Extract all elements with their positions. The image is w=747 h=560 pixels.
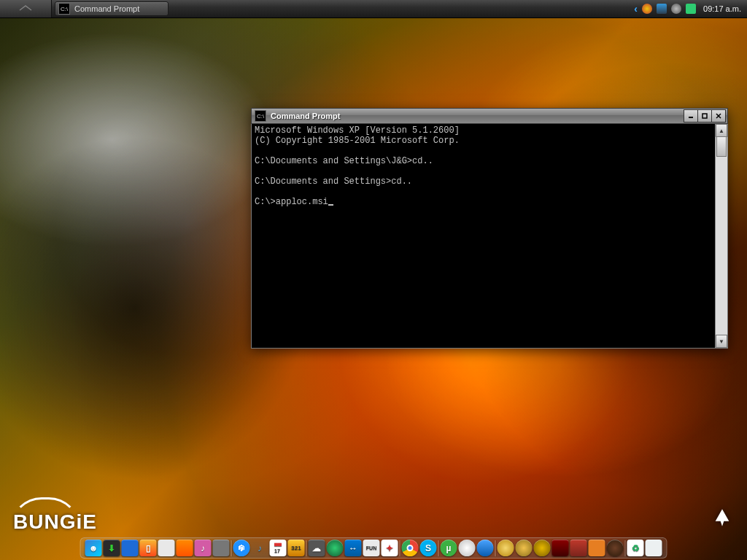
scroll-thumb[interactable] bbox=[716, 136, 727, 157]
cmd-window-icon: C:\ bbox=[255, 110, 266, 122]
orange2-icon[interactable] bbox=[589, 540, 605, 556]
taskbar: C:\ Command Prompt ‹ 09:17 a.m. bbox=[0, 0, 747, 18]
taskbar-clock[interactable]: 09:17 a.m. bbox=[703, 4, 741, 13]
minimize-button[interactable] bbox=[684, 109, 698, 122]
terminal-output[interactable]: Microsoft Windows XP [Version 5.1.2600] … bbox=[252, 124, 715, 348]
taskbar-item-cmd[interactable]: C:\ Command Prompt bbox=[55, 1, 169, 16]
finder-icon[interactable]: ☻ bbox=[85, 540, 102, 556]
orange-app-icon[interactable] bbox=[177, 540, 193, 556]
svg-rect-1 bbox=[703, 114, 707, 118]
ibooks-icon[interactable]: ▯ bbox=[140, 540, 157, 556]
tile-blue-icon[interactable] bbox=[122, 540, 139, 556]
window-titlebar[interactable]: C:\ Command Prompt bbox=[251, 108, 728, 124]
gold3-icon[interactable] bbox=[534, 540, 551, 556]
separator-5 bbox=[495, 540, 496, 556]
system-tray: ‹ 09:17 a.m. bbox=[628, 0, 747, 18]
gold2-icon[interactable] bbox=[516, 540, 533, 556]
paper-icon[interactable] bbox=[646, 540, 662, 556]
app-tray-icon[interactable] bbox=[686, 4, 696, 14]
command-prompt-window: C:\ Command Prompt Microsoft Windows XP … bbox=[251, 108, 728, 349]
cmd-icon: C:\ bbox=[58, 3, 70, 15]
update-tray-icon[interactable] bbox=[671, 4, 681, 14]
separator-3 bbox=[400, 540, 400, 556]
recycle-icon[interactable]: ♻ bbox=[627, 540, 644, 556]
itunes-icon[interactable]: ♫ bbox=[233, 540, 250, 556]
cloud-icon[interactable]: ☁ bbox=[309, 540, 325, 556]
start-button[interactable] bbox=[0, 0, 52, 18]
globe-icon[interactable] bbox=[477, 540, 494, 556]
separator-1 bbox=[231, 540, 232, 556]
chrome-icon[interactable] bbox=[402, 540, 419, 556]
bungie-logo: BUNGiE bbox=[13, 510, 97, 534]
music-icon[interactable]: ♪ bbox=[195, 540, 212, 556]
download-icon[interactable]: ⬇ bbox=[104, 540, 120, 556]
book2-icon[interactable] bbox=[570, 540, 587, 556]
coin-icon[interactable] bbox=[498, 540, 514, 556]
mpc-icon[interactable]: 321 bbox=[288, 540, 305, 556]
maple-icon[interactable]: ✦ bbox=[382, 540, 398, 556]
shield-tray-icon[interactable] bbox=[642, 4, 652, 14]
scroll-up-button[interactable]: ▲ bbox=[716, 124, 727, 137]
downarrow-icon[interactable] bbox=[158, 540, 175, 556]
maximize-button[interactable] bbox=[697, 109, 712, 122]
note-icon[interactable]: ♪ bbox=[252, 540, 268, 556]
taskbar-item-label: Command Prompt bbox=[74, 4, 139, 13]
utorrent-icon[interactable]: µ bbox=[441, 540, 457, 556]
separator-6 bbox=[625, 540, 626, 556]
separator-4 bbox=[438, 540, 439, 556]
blank-app-icon[interactable] bbox=[213, 540, 230, 556]
red-app-icon[interactable] bbox=[552, 540, 569, 556]
network-tray-icon[interactable] bbox=[657, 4, 667, 14]
calendar-icon[interactable]: ▀▀17 bbox=[270, 540, 287, 556]
teamviewer-icon[interactable]: ↔ bbox=[345, 540, 362, 556]
green-disc-icon[interactable] bbox=[327, 540, 344, 556]
disc-icon[interactable] bbox=[459, 540, 476, 556]
dark-disc-icon[interactable] bbox=[607, 540, 624, 556]
scroll-down-button[interactable]: ▼ bbox=[716, 335, 727, 348]
close-button[interactable] bbox=[711, 109, 726, 122]
vertical-scrollbar[interactable]: ▲ ▼ bbox=[715, 124, 727, 348]
window-title: Command Prompt bbox=[271, 112, 680, 120]
destiny-tricorn-icon bbox=[712, 508, 732, 528]
tray-expand-icon[interactable]: ‹ bbox=[634, 3, 638, 15]
fun-icon[interactable]: FUN bbox=[363, 540, 380, 556]
dock: ☻⬇▯♪♫♪▀▀17321☁↔FUN✦Sµ♻ bbox=[80, 537, 667, 559]
skype-icon[interactable]: S bbox=[420, 540, 437, 556]
separator-2 bbox=[306, 540, 307, 556]
